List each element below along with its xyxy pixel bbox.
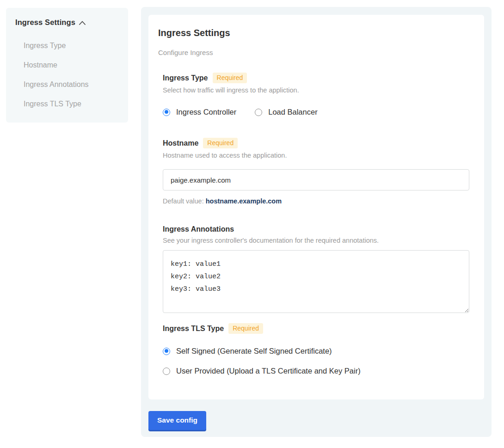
radio-icon[interactable] <box>163 368 170 375</box>
radio-load-balancer[interactable]: Load Balancer <box>255 108 317 117</box>
annotations-label: Ingress Annotations <box>163 225 234 233</box>
hostname-default-line: Default value: hostname.example.com <box>163 197 469 205</box>
radio-label: Self Signed (Generate Self Signed Certif… <box>176 347 332 356</box>
sidebar-group-toggle[interactable]: Ingress Settings <box>15 18 119 27</box>
tls-type-radio-group: Self Signed (Generate Self Signed Certif… <box>163 347 469 375</box>
required-badge: Required <box>203 138 238 148</box>
radio-icon[interactable] <box>255 109 262 116</box>
ingress-type-radio-group: Ingress Controller Load Balancer <box>163 108 469 117</box>
config-nav-sidebar: Ingress Settings Ingress Type Hostname I… <box>6 8 128 123</box>
page-subtitle: Configure Ingress <box>158 49 469 56</box>
config-panel: Ingress Settings Configure Ingress Ingre… <box>141 7 492 437</box>
save-config-button[interactable]: Save config <box>148 411 206 430</box>
radio-label: Load Balancer <box>268 108 317 117</box>
sidebar-item-ingress-annotations[interactable]: Ingress Annotations <box>15 75 119 94</box>
sidebar-item-list: Ingress Type Hostname Ingress Annotation… <box>15 36 119 114</box>
field-group-ingress-annotations: Ingress Annotations See your ingress con… <box>163 225 469 313</box>
sidebar-group-title: Ingress Settings <box>15 18 75 27</box>
sidebar-item-hostname[interactable]: Hostname <box>15 55 119 75</box>
ingress-type-help: Select how traffic will ingress to the a… <box>163 86 469 94</box>
annotations-textarea[interactable]: key1: value1 key2: value2 key3: value3 <box>163 250 469 313</box>
radio-ingress-controller[interactable]: Ingress Controller <box>163 108 236 117</box>
required-badge: Required <box>228 323 263 334</box>
field-group-hostname: Hostname Required Hostname used to acces… <box>163 138 469 205</box>
field-group-ingress-tls-type: Ingress TLS Type Required Self Signed (G… <box>163 323 469 375</box>
sidebar-item-ingress-type[interactable]: Ingress Type <box>15 36 119 55</box>
radio-self-signed[interactable]: Self Signed (Generate Self Signed Certif… <box>163 347 469 356</box>
chevron-up-icon <box>79 21 86 25</box>
tls-type-label: Ingress TLS Type <box>163 325 224 333</box>
radio-icon[interactable] <box>163 109 170 116</box>
radio-icon[interactable] <box>163 348 170 355</box>
radio-label: User Provided (Upload a TLS Certificate … <box>176 367 361 375</box>
ingress-type-label: Ingress Type <box>163 74 208 82</box>
sidebar-item-ingress-tls-type[interactable]: Ingress TLS Type <box>15 94 119 114</box>
default-value-text: hostname.example.com <box>206 197 282 205</box>
required-badge: Required <box>213 73 247 83</box>
hostname-input[interactable] <box>163 169 469 190</box>
ingress-settings-card: Ingress Settings Configure Ingress Ingre… <box>148 15 484 399</box>
radio-label: Ingress Controller <box>176 108 236 117</box>
hostname-help: Hostname used to access the application. <box>163 152 469 159</box>
page-title: Ingress Settings <box>158 28 469 38</box>
radio-user-provided[interactable]: User Provided (Upload a TLS Certificate … <box>163 367 469 375</box>
annotations-help: See your ingress controller's documentat… <box>163 237 469 244</box>
field-group-ingress-type: Ingress Type Required Select how traffic… <box>163 73 469 117</box>
hostname-label: Hostname <box>163 139 198 147</box>
default-value-label: Default value: <box>163 197 206 205</box>
